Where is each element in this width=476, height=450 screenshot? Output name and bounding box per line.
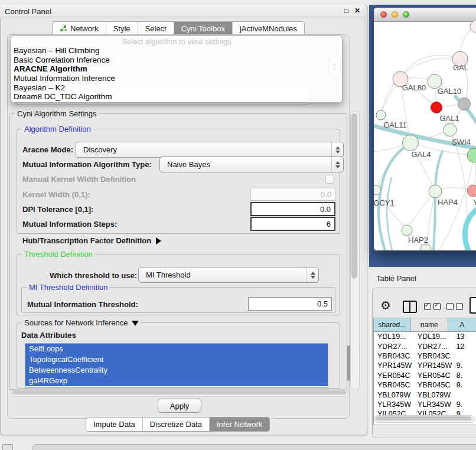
tab-discretize-data[interactable]: Discretize Data xyxy=(143,418,210,431)
dropdown-item[interactable]: Dream8 DC_TDC Algorithm xyxy=(14,92,340,102)
list-item-selected[interactable]: gal4RGexp xyxy=(25,376,328,386)
table-cell: YBL079W xyxy=(414,391,454,399)
checked-box-icon xyxy=(424,303,431,310)
sources-title[interactable]: Sources for Network Inference xyxy=(22,318,141,327)
dropdown-item[interactable]: Bayesian – Hill Climbing xyxy=(14,46,340,56)
checked-box-icon xyxy=(433,303,441,310)
edge-teal-bright xyxy=(465,208,476,250)
table-cell: 9. xyxy=(454,400,476,409)
dropdown-item-selected[interactable]: ARACNE Algorithm xyxy=(14,64,340,74)
tab-infer-network[interactable]: Infer Network xyxy=(210,418,269,431)
table-row[interactable]: YBR045CYBR045C9. xyxy=(374,380,476,390)
node-gal4[interactable] xyxy=(403,135,419,151)
aracne-mode-label: Aracne Mode: xyxy=(22,145,73,154)
node-swi4[interactable] xyxy=(467,148,476,162)
dpi-tolerance-field[interactable]: 0.0 xyxy=(250,202,335,216)
settings-horizontal-scrollbar[interactable] xyxy=(12,389,348,397)
node-label-hap4: HAP4 xyxy=(438,198,458,207)
node-cut-top-right[interactable] xyxy=(470,21,476,32)
column-header-shared-name[interactable]: shared... xyxy=(374,318,411,331)
bottom-dock-bar[interactable] xyxy=(32,444,476,450)
table-horizontal-scrollbar[interactable] xyxy=(374,415,475,423)
close-traffic-light[interactable] xyxy=(380,11,387,18)
gear-icon[interactable]: ⚙ xyxy=(380,299,391,312)
manual-kernel-width-checkbox[interactable] xyxy=(325,175,334,184)
node-label-swi4: SWI4 xyxy=(452,138,471,146)
apply-button[interactable]: Apply xyxy=(158,399,201,413)
node-label-gcy1: GCY1 xyxy=(374,198,395,207)
node-gal11[interactable] xyxy=(376,110,386,120)
table-row[interactable]: YLR345WYLR345W9. xyxy=(374,400,476,409)
settings-vertical-scrollbar[interactable] xyxy=(350,111,360,390)
node-gcy1[interactable] xyxy=(374,185,381,195)
node-label-y: Y xyxy=(473,198,476,207)
table-cell: YDR27... xyxy=(414,343,454,351)
new-table-icon[interactable] xyxy=(470,297,476,314)
threshold-definition-title: Threshold Definition xyxy=(22,250,95,259)
node-hap4[interactable] xyxy=(429,185,442,198)
node-bottom-cut[interactable] xyxy=(420,244,431,250)
node-label-gal: GAL xyxy=(453,63,468,72)
tab-network[interactable]: Network xyxy=(53,22,106,35)
which-threshold-label: Which threshold to use: xyxy=(50,271,137,280)
algorithm-dropdown-list: Select algorithm to view settings Bayesi… xyxy=(11,35,343,103)
deselect-all-columns-icon[interactable] xyxy=(446,303,463,310)
table-row[interactable]: YER054CYER054C8. xyxy=(374,371,476,380)
columns-icon[interactable] xyxy=(403,301,417,313)
network-canvas[interactable]: GAL GAL80 GAL10 GAL11 GAL1 SWI4 GAL4 GCY… xyxy=(374,21,476,250)
close-window-icon[interactable]: ✕ xyxy=(354,6,360,15)
list-item-selected[interactable]: BetweennessCentrality xyxy=(25,365,328,376)
node-gray[interactable] xyxy=(458,98,471,110)
table-cell: YBR043C xyxy=(414,352,454,360)
tab-impute-data[interactable]: Impute Data xyxy=(86,418,143,431)
node-gal1[interactable] xyxy=(444,123,457,136)
list-item-selected[interactable]: SelfLoops xyxy=(25,344,328,354)
mi-threshold-field[interactable]: 0.5 xyxy=(248,297,332,311)
select-all-columns-icon[interactable] xyxy=(424,303,441,310)
table-cell: YER054C xyxy=(374,371,414,380)
which-threshold-select[interactable]: MI Threshold xyxy=(138,267,319,283)
table-row[interactable]: YDL19...YDL19...13 xyxy=(374,332,476,341)
unchecked-box-icon xyxy=(446,303,454,310)
table-cell: YBR045C xyxy=(414,381,454,389)
node-red[interactable] xyxy=(431,102,442,113)
hub-definition-toggle[interactable]: Hub/Transcription Factor Definition xyxy=(22,236,161,245)
mi-steps-field[interactable]: 6 xyxy=(250,217,335,231)
control-panel-titlebar[interactable] xyxy=(0,5,366,18)
dropdown-item[interactable]: Mutual Information Inference xyxy=(14,74,340,83)
tab-select[interactable]: Select xyxy=(138,22,174,35)
list-item-selected[interactable]: TopologicalCoefficient xyxy=(25,354,328,365)
mi-algorithm-type-select[interactable]: Naive Bayes xyxy=(159,156,344,172)
node-hap2[interactable] xyxy=(402,225,412,236)
minimize-traffic-light[interactable] xyxy=(392,11,398,18)
minimized-panel-icon[interactable] xyxy=(2,444,13,450)
float-window-icon[interactable]: □ xyxy=(344,6,348,15)
tab-style[interactable]: Style xyxy=(106,22,138,35)
settings-group-title: Cyni Algorithm Settings xyxy=(15,109,99,118)
column-header-partial[interactable]: A xyxy=(448,318,476,331)
table-panel-title: Table Panel xyxy=(376,274,416,283)
node-label-gal1: GAL1 xyxy=(439,114,459,123)
expand-right-icon xyxy=(156,237,161,244)
table-row[interactable]: YDR27...YDR27...12 xyxy=(374,341,476,351)
table-row[interactable]: YBL079WYBL079W xyxy=(374,390,476,399)
tab-network-label: Network xyxy=(70,24,99,33)
kernel-width-field[interactable]: 0.0 xyxy=(250,188,335,201)
table-row[interactable]: YPR145WYPR145W9. xyxy=(374,361,476,370)
table-row[interactable]: YBR043CYBR043C xyxy=(374,351,476,361)
control-panel-title: Control Panel xyxy=(5,7,51,16)
table-cell: 13 xyxy=(454,332,476,341)
node-y[interactable] xyxy=(467,185,476,197)
dropdown-item[interactable]: Bayesian – K2 xyxy=(14,83,340,93)
zoom-traffic-light[interactable] xyxy=(403,11,409,18)
table-cell: YPR145W xyxy=(414,361,454,370)
node-label-hap2: HAP2 xyxy=(408,236,428,244)
network-window-titlebar[interactable] xyxy=(374,8,476,22)
table-cell: 9. xyxy=(454,361,476,370)
dropdown-item[interactable]: Basic Correlation Inference xyxy=(14,56,340,65)
column-header-name[interactable]: name xyxy=(411,318,448,331)
tab-jactivemnodules[interactable]: jActiveMNodules xyxy=(233,22,304,35)
tab-cyni-toolbox[interactable]: Cyni Toolbox xyxy=(174,22,233,35)
aracne-mode-select[interactable]: Discovery xyxy=(76,142,344,158)
mi-threshold-label: Mutual Information Threshold: xyxy=(27,300,138,309)
